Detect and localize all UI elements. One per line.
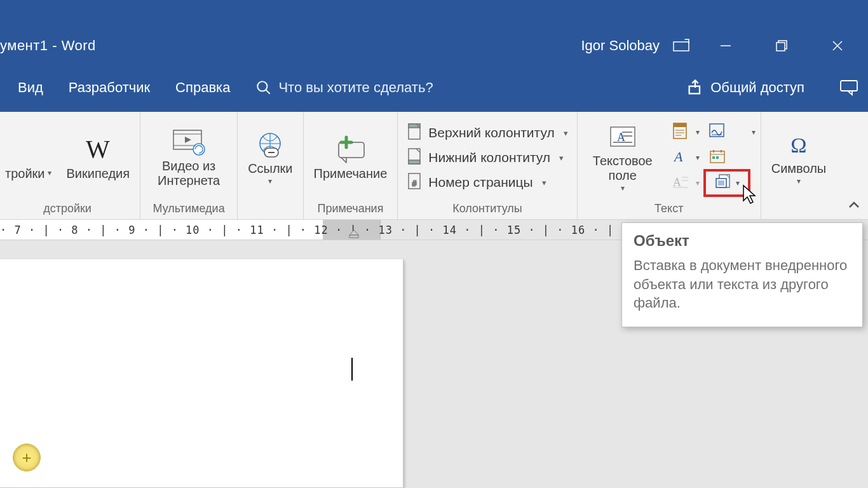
svg-text:Ω: Ω xyxy=(790,133,806,157)
page-number-label: Номер страницы xyxy=(428,175,532,190)
footer-label: Нижний колонтитул xyxy=(428,150,550,165)
page-number-button[interactable]: # Номер страницы ▾ xyxy=(403,171,571,194)
tooltip-body: Вставка в документ внедренного объекта и… xyxy=(634,256,851,313)
svg-rect-54 xyxy=(349,235,358,238)
quick-parts-button[interactable] xyxy=(668,119,693,145)
online-video-button[interactable]: Видео из Интернета xyxy=(146,126,232,189)
tab-help[interactable]: Справка xyxy=(175,79,230,96)
svg-rect-47 xyxy=(712,156,715,159)
links-icon xyxy=(255,130,285,160)
svg-rect-3 xyxy=(776,43,785,51)
svg-point-6 xyxy=(258,81,268,91)
chevron-down-icon: ▾ xyxy=(48,169,51,178)
chevron-down-icon: ▾ xyxy=(736,179,740,187)
chevron-down-icon[interactable]: ▾ xyxy=(696,179,700,187)
page-number-icon: # xyxy=(407,172,422,193)
tooltip-object: Объект Вставка в документ внедренного об… xyxy=(621,222,863,327)
date-time-button[interactable] xyxy=(705,145,730,170)
svg-rect-8 xyxy=(689,86,700,94)
wordart-button[interactable]: A xyxy=(668,145,693,170)
insert-object-button[interactable]: ▾ xyxy=(705,170,749,196)
svg-rect-23 xyxy=(409,160,420,164)
group-label-links xyxy=(243,200,297,218)
wikipedia-button[interactable]: W Википедия xyxy=(62,133,135,182)
document-title: умент1 - Word xyxy=(0,37,96,54)
wikipedia-icon: W xyxy=(83,135,113,165)
text-box-icon: A xyxy=(607,122,639,152)
signature-line-icon xyxy=(709,123,726,142)
addins-setup-button[interactable]: тройки ▾ xyxy=(0,133,57,182)
group-label-comments: Примечания xyxy=(309,200,393,218)
ruler-ticks: · 7 · | · 8 · | · 9 · | · 10 · | · 11 · … xyxy=(0,224,693,236)
header-label: Верхний колонтитул xyxy=(428,125,554,140)
svg-marker-12 xyxy=(185,137,191,143)
video-icon xyxy=(171,127,207,158)
links-label: Ссылки xyxy=(248,161,292,176)
links-button[interactable]: Ссылки ▾ xyxy=(243,128,297,187)
svg-rect-51 xyxy=(718,180,724,186)
signature-line-button[interactable] xyxy=(705,119,730,145)
new-comment-button[interactable]: Примечание xyxy=(309,133,393,182)
svg-rect-17 xyxy=(339,142,364,158)
indent-marker-icon[interactable] xyxy=(348,229,360,239)
group-label-symbols xyxy=(766,200,832,218)
addins-setup-label: тройки xyxy=(5,166,45,181)
user-name: Igor Solobay xyxy=(581,37,667,54)
symbols-button[interactable]: Ω Символы ▾ xyxy=(766,128,832,187)
svg-rect-48 xyxy=(716,156,719,159)
chevron-down-icon: ▾ xyxy=(564,128,568,138)
tooltip-title: Объект xyxy=(634,232,851,250)
svg-text:W: W xyxy=(86,137,110,163)
symbols-label: Символы xyxy=(771,161,827,176)
tab-developer[interactable]: Разработчик xyxy=(69,79,150,96)
svg-rect-0 xyxy=(674,42,689,51)
footer-button[interactable]: Нижний колонтитул ▾ xyxy=(403,146,571,170)
svg-text:A: A xyxy=(673,149,683,165)
text-cursor xyxy=(351,358,353,381)
group-label-text: Текст xyxy=(583,200,756,218)
wordart-icon: A xyxy=(672,147,689,168)
chevron-down-icon: ▾ xyxy=(268,177,272,186)
close-button[interactable] xyxy=(825,33,850,58)
svg-text:#: # xyxy=(412,179,417,188)
ribbon-display-options-button[interactable] xyxy=(667,32,695,60)
tab-view[interactable]: Вид xyxy=(18,79,43,96)
date-time-icon xyxy=(709,148,726,168)
chevron-down-icon: ▾ xyxy=(621,184,625,193)
svg-rect-32 xyxy=(674,123,686,127)
wikipedia-label: Википедия xyxy=(67,166,130,181)
group-label-media: Мультимедиа xyxy=(146,200,232,218)
tell-me-placeholder: Что вы хотите сделать? xyxy=(278,79,433,96)
group-label-header-footer: Колонтитулы xyxy=(403,200,571,218)
document-page[interactable] xyxy=(0,259,403,488)
collapse-ribbon-button[interactable] xyxy=(845,196,863,214)
plus-icon: + xyxy=(22,448,31,468)
object-icon xyxy=(714,173,732,193)
drop-cap-button[interactable]: A xyxy=(668,170,693,196)
chevron-down-icon: ▾ xyxy=(797,177,801,186)
chevron-down-icon[interactable]: ▾ xyxy=(752,128,756,137)
header-button[interactable]: Верхний колонтитул ▾ xyxy=(403,121,571,145)
share-button[interactable]: Общий доступ xyxy=(686,79,804,97)
symbols-icon: Ω xyxy=(783,130,814,160)
chevron-down-icon: ▾ xyxy=(542,178,546,187)
drop-cap-icon: A xyxy=(672,173,689,193)
svg-text:A: A xyxy=(673,176,681,189)
group-label-addins: дстройки xyxy=(0,200,135,218)
minimize-button[interactable] xyxy=(713,33,738,58)
chevron-down-icon[interactable]: ▾ xyxy=(696,128,700,137)
svg-line-7 xyxy=(266,90,271,94)
footer-icon xyxy=(407,147,422,168)
text-box-button[interactable]: A Текстовое поле ▾ xyxy=(583,121,663,194)
chevron-down-icon[interactable]: ▾ xyxy=(696,153,700,162)
tell-me-search[interactable]: Что вы хотите сделать? xyxy=(255,79,433,96)
header-icon xyxy=(407,123,422,144)
share-label: Общий доступ xyxy=(710,79,804,96)
svg-marker-53 xyxy=(349,230,358,235)
chevron-down-icon: ▾ xyxy=(559,153,564,163)
restore-button[interactable] xyxy=(769,33,794,58)
fab-plus-button[interactable]: + xyxy=(13,444,41,471)
new-comment-label: Примечание xyxy=(314,166,388,181)
quick-parts-icon xyxy=(672,122,689,143)
comments-button[interactable] xyxy=(830,79,868,96)
